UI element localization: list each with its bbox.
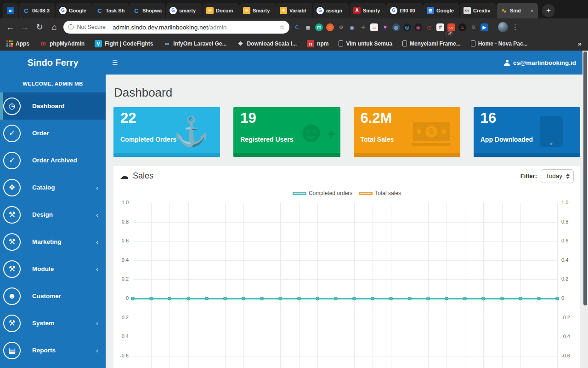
- qr-code-icon[interactable]: ▦: [304, 23, 312, 31]
- tab[interactable]: Gassign: [313, 3, 349, 18]
- tab[interactable]: ☀Smarty: [239, 3, 276, 18]
- bookmark-item[interactable]: Menyelami Frame...: [402, 40, 461, 47]
- pinned-tab[interactable]: in: [3, 3, 18, 18]
- color-wheel-icon[interactable]: ◉: [414, 23, 422, 31]
- legend-item[interactable]: Total sales: [359, 190, 401, 196]
- tab[interactable]: ≣Google: [423, 3, 459, 18]
- tab[interactable]: ☀Docum: [203, 3, 239, 18]
- sidebar-item-order[interactable]: ✓Order: [0, 120, 106, 147]
- bookmark-item[interactable]: mphpMyAdmin: [40, 40, 85, 47]
- bookmark-item[interactable]: nnpm: [307, 40, 328, 47]
- google-icon: G: [317, 7, 324, 14]
- orange-circle-icon[interactable]: ◌: [326, 23, 334, 31]
- user-menu[interactable]: cs@marlinbooking.id: [504, 59, 576, 66]
- scrollbar-thumb[interactable]: [583, 52, 587, 305]
- gear-2-icon[interactable]: ⚙: [469, 23, 477, 31]
- browser-tab-strip: inC04:08:3GGoogleCTask ShCShopwaGsmarty☀…: [0, 0, 588, 18]
- tab[interactable]: ASmarty: [350, 3, 386, 18]
- security-label: Not Secure: [77, 24, 106, 30]
- select-arrows-icon: [566, 173, 570, 179]
- crescent-icon: C: [96, 7, 103, 14]
- globe-icon[interactable]: ◍: [392, 23, 400, 31]
- bookmark-star-icon[interactable]: ☆: [279, 23, 285, 31]
- crescent-icon: C: [23, 7, 30, 14]
- sidebar-item-customer[interactable]: ☻Customer: [0, 282, 106, 310]
- infyom-icon: ∞: [163, 40, 170, 47]
- sidebar-item-dashboard[interactable]: ◷Dashboard: [0, 92, 106, 120]
- video-player-icon[interactable]: ▶: [481, 23, 488, 31]
- browser-toolbar: ← → ↻ ⌂ ⓘ Not Secure admin.sindo.dev.mar…: [0, 18, 588, 36]
- profile-avatar[interactable]: [498, 22, 508, 32]
- notes-icon[interactable]: ≣: [370, 23, 378, 31]
- reload-icon[interactable]: ↻: [34, 22, 45, 32]
- selection-tool-icon[interactable]: ▣: [348, 23, 356, 31]
- tab[interactable]: G£90 00: [386, 3, 423, 18]
- sidebar-item-order-archived[interactable]: ✓Order Archived: [0, 147, 106, 174]
- url-text[interactable]: admin.sindo.dev.marlinbooking.net/admin: [113, 24, 276, 31]
- tab-close-icon[interactable]: ×: [530, 7, 534, 14]
- ship-icon: ⚓: [170, 114, 212, 150]
- brand-logo[interactable]: Sindo Ferry: [0, 51, 106, 75]
- gdocs-icon: ≣: [427, 7, 434, 14]
- stat-value: 6.2M: [361, 110, 392, 126]
- filter-select[interactable]: Today: [541, 169, 574, 183]
- hamburger-icon[interactable]: ≡: [112, 57, 118, 68]
- tab[interactable]: GGoogle: [56, 3, 92, 18]
- tab[interactable]: CShopwa: [129, 3, 165, 18]
- sidebar-item-marketing[interactable]: ⚒Marketing‹: [0, 228, 106, 255]
- back-icon[interactable]: ←: [5, 23, 16, 32]
- address-bar[interactable]: ⓘ Not Secure admin.sindo.dev.marlinbooki…: [63, 21, 289, 34]
- page-scrollbar[interactable]: [582, 51, 588, 368]
- tab[interactable]: CTask Sh: [92, 3, 129, 18]
- scala-icon: ✳: [237, 40, 244, 47]
- bookmark-item[interactable]: VFight | CodeFights: [95, 40, 153, 47]
- bulb-icon: ☀: [280, 7, 287, 14]
- bulb-icon: ☀: [243, 7, 250, 14]
- chart-legend: Completed ordersTotal sales: [113, 187, 580, 199]
- page-icon: [339, 40, 343, 46]
- sidebar-item-module[interactable]: ⚒Module‹: [0, 255, 106, 282]
- sidebar-item-catalog[interactable]: ❖Catalog‹: [0, 174, 106, 201]
- linkedin-icon: in: [7, 7, 14, 14]
- chrome-menu-icon[interactable]: ⋮: [512, 23, 518, 31]
- stat-label: App Downloaded: [481, 136, 533, 143]
- hash-grid-icon[interactable]: #: [436, 23, 444, 31]
- flame-icon[interactable]: ♨: [458, 23, 466, 31]
- red-clock-icon[interactable]: ◷: [425, 23, 433, 31]
- letter-m-icon[interactable]: m: [315, 23, 323, 31]
- bookmark-item[interactable]: Home - Nova Pac...: [471, 40, 528, 47]
- bookmark-item[interactable]: Apps: [6, 40, 29, 47]
- move-tool-icon[interactable]: ✛: [359, 23, 367, 31]
- new-tab-button[interactable]: +: [542, 4, 555, 17]
- blue-ring-icon[interactable]: ◎: [403, 23, 411, 31]
- crescent-timer-icon[interactable]: C: [293, 23, 301, 31]
- heart-hexagon-icon[interactable]: ♥: [381, 23, 389, 31]
- legend-item[interactable]: Completed orders: [293, 190, 352, 196]
- tab[interactable]: ☀Variabl: [276, 3, 312, 18]
- tab[interactable]: cvCreativ: [460, 3, 496, 18]
- main-content: Dashboard 22Completed Orders⚓19Registere…: [106, 75, 588, 368]
- bookmark-item[interactable]: Vim untuk Semua: [339, 40, 392, 47]
- home-icon[interactable]: ⌂: [49, 23, 60, 32]
- sindo-icon: ∿: [500, 7, 508, 14]
- user-icon: [504, 60, 510, 66]
- sidebar-item-design[interactable]: ⚒Design‹: [0, 201, 106, 228]
- tab[interactable]: Gsmarty: [166, 3, 202, 18]
- bookmark-item[interactable]: ✳Download Scala I...: [237, 40, 297, 47]
- google-icon: G: [170, 7, 177, 14]
- co-off-icon[interactable]: cooff: [447, 23, 455, 31]
- npm-icon: n: [307, 40, 314, 47]
- bookmarks-overflow-icon[interactable]: »: [578, 40, 582, 47]
- bulb-icon: ☀: [206, 7, 214, 14]
- codefights-icon: V: [95, 40, 102, 47]
- sidebar-item-system[interactable]: ⚒System‹: [0, 310, 106, 337]
- forward-icon[interactable]: →: [19, 23, 30, 32]
- sidebar-item-reports[interactable]: ▤Reports‹: [0, 337, 106, 364]
- tools-icon: ⚒: [3, 233, 21, 251]
- info-icon[interactable]: ⓘ: [68, 23, 74, 31]
- screen: inC04:08:3GGoogleCTask ShCShopwaGsmarty☀…: [0, 0, 588, 368]
- bookmark-item[interactable]: ∞InfyOm Laravel Ge...: [163, 40, 226, 47]
- gear-icon[interactable]: ⚙: [337, 23, 345, 31]
- tab[interactable]: C04:08:3: [19, 3, 55, 18]
- tab-active[interactable]: ∿Sind×: [497, 3, 538, 18]
